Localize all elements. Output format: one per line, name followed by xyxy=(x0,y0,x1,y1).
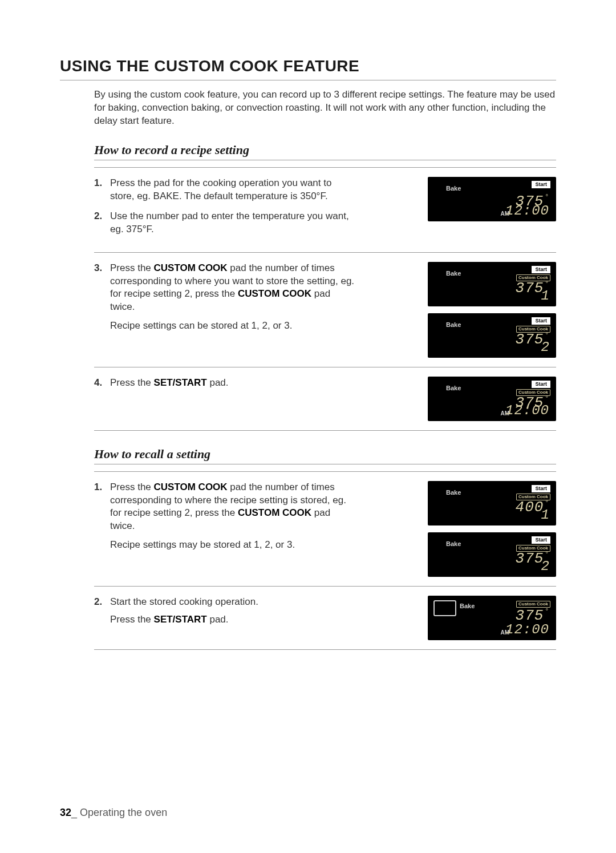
mode-label: Bake xyxy=(446,385,461,391)
record-block-2: 3. Press the CUSTOM COOK pad the number … xyxy=(94,258,556,361)
inner-rule xyxy=(94,430,556,431)
start-button-icon: Start xyxy=(532,266,550,273)
display-slot: 2 xyxy=(541,560,549,573)
start-button-icon: Start xyxy=(532,536,550,544)
step-text: Press the pad for the cooking operation … xyxy=(110,177,356,203)
oven-display: Bake Start Custom Cook 375° 2 xyxy=(428,532,556,577)
title-rule xyxy=(60,80,556,80)
recall-block-1: 1. Press the CUSTOM COOK pad the number … xyxy=(94,478,556,580)
start-button-icon: Start xyxy=(532,317,550,325)
list-item: 2. Start the stored cooking operation. P… xyxy=(94,596,356,626)
step-number: 2. xyxy=(94,596,104,626)
mode-label: Bake xyxy=(446,489,461,496)
mode-label: Bake xyxy=(460,603,475,609)
step-note: Recipe settings can be stored at 1, 2, o… xyxy=(110,320,292,331)
display-slot: 1 xyxy=(541,289,549,303)
section-rule xyxy=(94,160,556,160)
start-button-icon: Start xyxy=(532,485,550,492)
mode-label: Bake xyxy=(446,540,461,547)
mode-box-icon xyxy=(433,600,456,616)
step-text: Press the CUSTOM COOK pad the number of … xyxy=(110,481,356,552)
list-item: 3. Press the CUSTOM COOK pad the number … xyxy=(94,262,356,333)
list-item: 4. Press the SET/START pad. xyxy=(94,377,356,390)
inner-rule xyxy=(94,586,556,587)
step-text: Use the number pad to enter the temperat… xyxy=(110,210,356,236)
step-note: Recipe settings may be stored at 1, 2, o… xyxy=(110,539,295,550)
recall-step-1: 1. Press the CUSTOM COOK pad the number … xyxy=(94,481,356,559)
section-record-heading: How to record a recipe setting xyxy=(94,143,556,157)
list-item: 1. Press the CUSTOM COOK pad the number … xyxy=(94,481,356,552)
footer-section: _ Operating the oven xyxy=(71,807,167,818)
section-rule xyxy=(94,464,556,464)
start-button-icon: Start xyxy=(532,381,550,388)
list-item: 1. Press the pad for the cooking operati… xyxy=(94,177,356,203)
inner-rule xyxy=(94,252,556,253)
record-step-4: 4. Press the SET/START pad. xyxy=(94,377,356,397)
oven-display: Bake Start Custom Cook 375° AM 12:00 xyxy=(428,377,556,421)
record-block-3: 4. Press the SET/START pad. Bake Start C… xyxy=(94,373,556,425)
inner-rule xyxy=(94,649,556,650)
step-text: Start the stored cooking operation. Pres… xyxy=(110,596,356,626)
inner-rule xyxy=(94,471,556,472)
record-step-3: 3. Press the CUSTOM COOK pad the number … xyxy=(94,262,356,340)
step-text: Press the SET/START pad. xyxy=(110,377,356,390)
section-recall-heading: How to recall a setting xyxy=(94,447,556,462)
inner-rule xyxy=(94,367,556,367)
page-title: USING THE CUSTOM COOK FEATURE xyxy=(60,57,556,75)
step-number: 4. xyxy=(94,377,104,390)
record-steps-1-2: 1. Press the pad for the cooking operati… xyxy=(94,177,356,243)
display-slot: 1 xyxy=(541,508,549,522)
oven-display: Bake Custom Cook 375° AM 12:00 xyxy=(428,596,556,640)
display-clock: 12:00 xyxy=(505,204,549,218)
oven-display: Bake Start Custom Cook 400° 1 xyxy=(428,481,556,525)
step-number: 2. xyxy=(94,210,104,236)
start-button-icon: Start xyxy=(532,181,550,188)
intro-paragraph: By using the custom cook feature, you ca… xyxy=(94,88,556,128)
inner-rule xyxy=(94,167,556,168)
display-clock: 12:00 xyxy=(505,623,549,637)
step-number: 1. xyxy=(94,481,104,552)
mode-label: Bake xyxy=(446,185,461,192)
page-footer: 32_ Operating the oven xyxy=(60,807,167,819)
recall-step-2: 2. Start the stored cooking operation. P… xyxy=(94,596,356,633)
mode-label: Bake xyxy=(446,270,461,277)
display-temperature: 375° xyxy=(516,608,549,623)
mode-label: Bake xyxy=(446,321,461,328)
recall-block-2: 2. Start the stored cooking operation. P… xyxy=(94,592,556,644)
step-number: 1. xyxy=(94,177,104,203)
oven-display: Bake Start 375° AM 12:00 xyxy=(428,177,556,221)
record-block-1: 1. Press the pad for the cooking operati… xyxy=(94,173,556,246)
step-text: Press the CUSTOM COOK pad the number of … xyxy=(110,262,356,333)
oven-display: Bake Start Custom Cook 375° 1 xyxy=(428,262,556,306)
list-item: 2. Use the number pad to enter the tempe… xyxy=(94,210,356,236)
display-slot: 2 xyxy=(541,341,549,354)
display-clock: 12:00 xyxy=(505,404,549,418)
oven-display: Bake Start Custom Cook 375° 2 xyxy=(428,313,556,358)
page-number: 32 xyxy=(60,807,71,818)
step-number: 3. xyxy=(94,262,104,333)
